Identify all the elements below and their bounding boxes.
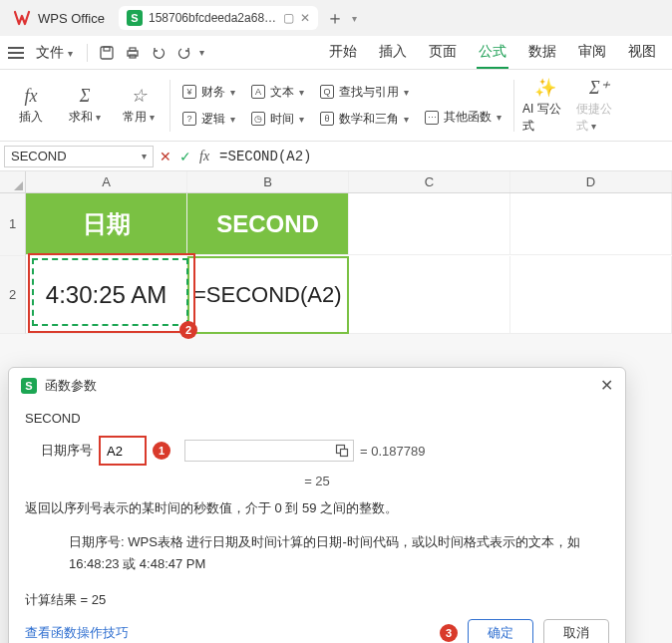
svg-rect-0	[101, 47, 113, 59]
cell-a2[interactable]: 4:30:25 AM	[26, 256, 187, 334]
cell-c2[interactable]	[349, 256, 510, 334]
cancel-button[interactable]: 取消	[543, 619, 609, 643]
sum-button[interactable]: Σ 求和 ▾	[62, 86, 108, 126]
ok-button[interactable]: 确定	[468, 619, 533, 643]
row-header-2[interactable]: 2	[0, 256, 26, 334]
math-button[interactable]: θ数学和三角 ▾	[316, 109, 413, 130]
tab-formula[interactable]: 公式	[477, 37, 508, 69]
app-name: WPS Office	[38, 11, 105, 26]
spreadsheet-grid: A B C D 1 日期 SECOND 2 4:30:25 AM =SECOND…	[0, 171, 672, 334]
wps-logo-icon	[14, 9, 32, 27]
undo-icon[interactable]	[148, 42, 169, 64]
tab-data[interactable]: 数据	[526, 37, 558, 69]
finance-button[interactable]: ¥财务 ▾	[178, 82, 239, 103]
annotation-box-arg	[99, 436, 147, 466]
lookup-button[interactable]: Q查找与引用 ▾	[316, 82, 413, 103]
tab-page[interactable]: 页面	[427, 37, 459, 69]
col-header-c[interactable]: C	[349, 171, 510, 192]
col-header-a[interactable]: A	[26, 171, 187, 192]
svg-rect-1	[104, 47, 110, 51]
text-button[interactable]: A文本 ▾	[247, 82, 308, 103]
result-line: 计算结果 = 25	[25, 591, 609, 609]
quick-formula-button: Σ⁺ 便捷公式 ▾	[576, 77, 622, 135]
tab-window-icon[interactable]: ▢	[283, 11, 294, 25]
star-icon: ☆	[131, 85, 147, 107]
tab-overflow-icon[interactable]: ▾	[352, 13, 357, 24]
cell-d1[interactable]	[510, 193, 672, 255]
confirm-edit-icon[interactable]: ✓	[179, 149, 191, 164]
hamburger-icon[interactable]	[6, 45, 26, 61]
arg-description: 日期序号: WPS表格 进行日期及时间计算的日期-时间代码，或以时间格式表示的文…	[25, 527, 609, 583]
logic-button[interactable]: ?逻辑 ▾	[178, 109, 239, 130]
datetime-button[interactable]: ◷时间 ▾	[247, 109, 308, 130]
new-tab-button[interactable]: ＋	[324, 7, 346, 29]
arg-label: 日期序号	[25, 442, 93, 460]
fx-icon[interactable]: fx	[199, 149, 209, 164]
doc-title: 158706bfcdeeda2a688df1e	[149, 11, 277, 25]
formula-input[interactable]: =SECOND(A2)	[215, 147, 668, 166]
arg-input[interactable]	[103, 440, 143, 462]
title-bar: WPS Office S 158706bfcdeeda2a688df1e ▢ ✕…	[0, 0, 672, 36]
formula-bar: SECOND ▾ ✕ ✓ fx =SECOND(A2)	[0, 142, 672, 171]
mid-evaluation: = 25	[25, 474, 609, 488]
annotation-badge-3: 3	[440, 624, 458, 642]
fx-icon: fx	[25, 86, 38, 107]
function-description: 返回以序列号表示的某时间的秒数值，介于 0 到 59 之间的整数。	[25, 498, 609, 519]
save-icon[interactable]	[96, 42, 118, 64]
sigma-plus-icon: Σ⁺	[589, 77, 609, 99]
ai-formula-button[interactable]: ✨ AI 写公式	[522, 77, 568, 135]
qat-more-icon[interactable]: ▾	[199, 47, 204, 58]
annotation-badge-1: 1	[153, 442, 170, 460]
ribbon-tabs: 开始 插入 页面 公式 数据 审阅 视图	[327, 37, 666, 69]
app-logo: WPS Office	[6, 7, 113, 29]
help-link[interactable]: 查看函数操作技巧	[25, 624, 129, 642]
function-name: SECOND	[25, 411, 609, 426]
ribbon: fx 插入 Σ 求和 ▾ ☆ 常用 ▾ ¥财务 ▾ ?逻辑 ▾ A文本 ▾ ◷时…	[0, 70, 672, 142]
ai-icon: ✨	[534, 77, 556, 99]
redo-icon[interactable]	[173, 42, 195, 64]
cell-b2[interactable]: =SECOND(A2)	[187, 256, 349, 334]
menu-bar: 文件 ▾ ▾ 开始 插入 页面 公式 数据 审阅 视图	[0, 36, 672, 70]
chevron-down-icon[interactable]: ▾	[142, 151, 147, 161]
cell-d2[interactable]	[510, 256, 672, 334]
common-button[interactable]: ☆ 常用 ▾	[116, 85, 162, 126]
svg-rect-6	[341, 450, 348, 457]
print-icon[interactable]	[122, 42, 144, 64]
range-select-icon	[335, 444, 349, 458]
col-header-d[interactable]: D	[510, 171, 672, 192]
cell-b1[interactable]: SECOND	[187, 193, 349, 255]
function-args-dialog: S 函数参数 ✕ SECOND 日期序号 1 = 0.187789 = 25 返…	[8, 367, 626, 643]
close-icon[interactable]: ✕	[600, 376, 613, 395]
range-picker[interactable]	[184, 440, 354, 462]
file-menu[interactable]: 文件 ▾	[30, 44, 79, 62]
cell-c1[interactable]	[349, 193, 510, 255]
tab-insert[interactable]: 插入	[377, 37, 409, 69]
insert-fn-button[interactable]: fx 插入	[8, 86, 54, 126]
svg-rect-3	[130, 48, 136, 51]
other-fn-button[interactable]: ⋯其他函数 ▾	[421, 107, 505, 128]
dialog-badge: S	[21, 378, 37, 394]
sigma-icon: Σ	[80, 86, 91, 107]
tab-close-icon[interactable]: ✕	[300, 11, 310, 25]
tab-review[interactable]: 审阅	[576, 37, 608, 69]
doc-type-badge: S	[127, 10, 143, 26]
name-box[interactable]: SECOND ▾	[4, 146, 154, 167]
document-tab[interactable]: S 158706bfcdeeda2a688df1e ▢ ✕	[119, 6, 318, 30]
cell-a1[interactable]: 日期	[26, 193, 187, 255]
tab-home[interactable]: 开始	[327, 37, 359, 69]
cancel-edit-icon[interactable]: ✕	[160, 149, 171, 164]
col-header-b[interactable]: B	[187, 171, 349, 192]
dialog-title: 函数参数	[45, 377, 97, 395]
arg-evaluation: = 0.187789	[360, 444, 425, 459]
select-all-corner[interactable]	[0, 171, 26, 192]
row-header-1[interactable]: 1	[0, 193, 26, 256]
tab-view[interactable]: 视图	[626, 37, 658, 69]
